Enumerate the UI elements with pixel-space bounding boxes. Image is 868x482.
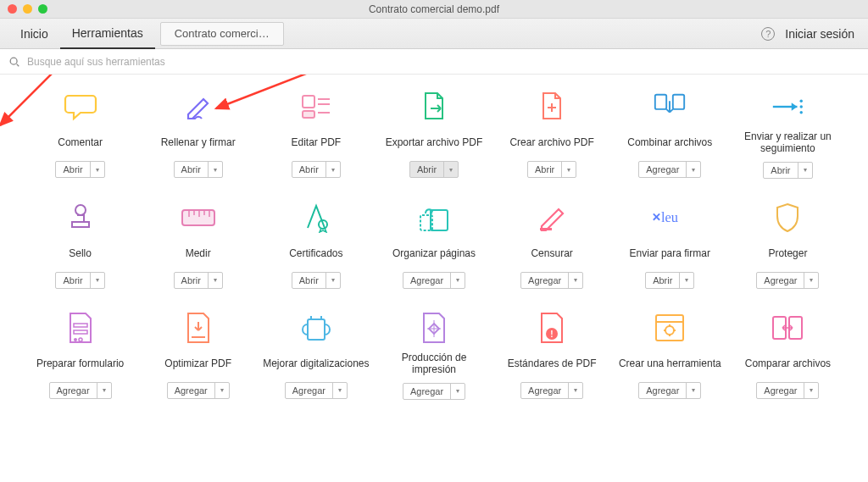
- search-bar: [0, 49, 868, 75]
- add-button[interactable]: Agregar▾: [756, 272, 819, 289]
- add-button[interactable]: Agregar▾: [285, 382, 348, 399]
- add-button[interactable]: Agregar▾: [167, 382, 230, 399]
- add-button[interactable]: Agregar▾: [403, 272, 465, 289]
- maximize-window-button[interactable]: [38, 4, 47, 14]
- tool-card-create-pdf[interactable]: Crear archivo PDFAbrir▾: [498, 91, 607, 179]
- chevron-down-icon[interactable]: ▾: [569, 383, 582, 398]
- open-button[interactable]: Abrir▾: [763, 162, 812, 179]
- close-window-button[interactable]: [8, 4, 17, 14]
- svg-point-0: [10, 58, 17, 64]
- open-button[interactable]: Abrir▾: [645, 272, 694, 289]
- chevron-down-icon[interactable]: ▾: [680, 273, 693, 288]
- organize-icon: [416, 202, 452, 233]
- button-label: Abrir: [292, 162, 326, 177]
- chevron-down-icon[interactable]: ▾: [451, 384, 465, 399]
- button-label: Abrir: [56, 273, 90, 288]
- open-button[interactable]: Abrir▾: [55, 272, 104, 289]
- add-button[interactable]: Agregar▾: [638, 161, 701, 178]
- tool-card-print-prod[interactable]: Producción de impresiónAgregar▾: [379, 313, 488, 400]
- svg-rect-3: [303, 111, 314, 118]
- svg-point-43: [665, 326, 674, 335]
- chevron-down-icon[interactable]: ▾: [451, 273, 465, 288]
- open-button[interactable]: Abrir▾: [292, 161, 341, 178]
- open-button[interactable]: Abrir▾: [409, 161, 459, 178]
- tool-card-enhance-scans[interactable]: Mejorar digitalizacionesAgregar▾: [261, 313, 370, 400]
- chevron-down-icon[interactable]: ▾: [444, 162, 458, 177]
- tool-card-edit-pdf[interactable]: Editar PDFAbrir▾: [261, 91, 370, 179]
- tool-card-create-tool[interactable]: Crear una herramientaAgregar▾: [615, 313, 725, 400]
- tool-label: Medir: [186, 241, 211, 265]
- tool-label: Preparar formulario: [36, 352, 124, 375]
- tool-card-prepare-form[interactable]: Preparar formularioAgregar▾: [25, 313, 135, 400]
- add-button[interactable]: Agregar▾: [638, 382, 701, 399]
- enhance-scans-icon: [298, 313, 334, 343]
- tab-document[interactable]: Contrato comerci…: [160, 22, 284, 46]
- chevron-down-icon[interactable]: ▾: [326, 162, 340, 177]
- tool-label: Crear una herramienta: [619, 352, 721, 375]
- chevron-down-icon[interactable]: ▾: [804, 273, 818, 288]
- measure-icon: [181, 202, 216, 233]
- tool-card-fill-sign[interactable]: Rellenar y firmarAbrir▾: [143, 91, 253, 179]
- button-label: Abrir: [410, 162, 444, 177]
- tool-card-measure[interactable]: MedirAbrir▾: [143, 202, 253, 289]
- chevron-down-icon[interactable]: ▾: [91, 162, 104, 177]
- svg-point-14: [75, 205, 86, 215]
- add-button[interactable]: Agregar▾: [403, 383, 465, 400]
- tool-label: Rellenar y firmar: [161, 130, 236, 154]
- add-button[interactable]: Agregar▾: [756, 382, 819, 399]
- chevron-down-icon[interactable]: ▾: [91, 273, 104, 288]
- chevron-down-icon[interactable]: ▾: [215, 383, 229, 398]
- tool-label: Producción de impresión: [379, 352, 488, 376]
- help-icon[interactable]: ?: [761, 27, 775, 41]
- tool-label: Mejorar digitalizaciones: [263, 352, 369, 375]
- search-input[interactable]: [27, 56, 281, 68]
- open-button[interactable]: Abrir▾: [527, 161, 576, 178]
- tool-card-send-track[interactable]: Enviar y realizar un seguimientoAbrir▾: [733, 91, 843, 179]
- tool-card-send-sign[interactable]: leuEnviar para firmarAbrir▾: [615, 202, 725, 289]
- minimize-window-button[interactable]: [23, 4, 32, 14]
- tool-card-certificates[interactable]: CertificadosAbrir▾: [261, 202, 370, 289]
- create-tool-icon: [652, 313, 687, 343]
- chevron-down-icon[interactable]: ▾: [798, 163, 812, 178]
- tool-card-standards[interactable]: !Estándares de PDFAgregar▾: [498, 313, 607, 400]
- tool-card-redact[interactable]: CensurarAgregar▾: [498, 202, 607, 289]
- sign-in-button[interactable]: Iniciar sesión: [785, 27, 860, 41]
- tab-home[interactable]: Inicio: [8, 19, 60, 49]
- chevron-down-icon[interactable]: ▾: [562, 162, 576, 177]
- tool-card-protect[interactable]: ProtegerAgregar▾: [733, 202, 843, 289]
- button-label: Agregar: [50, 383, 97, 398]
- button-label: Agregar: [521, 273, 569, 288]
- add-button[interactable]: Agregar▾: [49, 382, 112, 399]
- chevron-down-icon[interactable]: ▾: [209, 273, 222, 288]
- tab-tools[interactable]: Herramientas: [60, 19, 155, 49]
- tool-card-combine[interactable]: Combinar archivosAgregar▾: [615, 91, 725, 179]
- add-button[interactable]: Agregar▾: [520, 272, 583, 289]
- tool-label: Exportar archivo PDF: [386, 130, 483, 154]
- chevron-down-icon[interactable]: ▾: [333, 383, 347, 398]
- tool-card-organize[interactable]: Organizar páginasAgregar▾: [379, 202, 488, 289]
- open-button[interactable]: Abrir▾: [174, 272, 223, 289]
- chevron-down-icon[interactable]: ▾: [326, 273, 340, 288]
- search-icon: [8, 56, 20, 68]
- tool-label: Certificados: [289, 241, 342, 265]
- button-label: Abrir: [175, 273, 209, 288]
- tool-card-compare[interactable]: Comparar archivosAgregar▾: [733, 313, 843, 400]
- svg-line-1: [17, 64, 19, 66]
- open-button[interactable]: Abrir▾: [55, 161, 104, 178]
- tool-card-comment[interactable]: ComentarAbrir▾: [25, 91, 135, 179]
- open-button[interactable]: Abrir▾: [292, 272, 341, 289]
- tool-card-export-pdf[interactable]: Exportar archivo PDFAbrir▾: [379, 91, 488, 179]
- tool-card-optimize[interactable]: Optimizar PDFAgregar▾: [143, 313, 253, 400]
- add-button[interactable]: Agregar▾: [520, 382, 583, 399]
- button-label: Agregar: [286, 383, 333, 398]
- chevron-down-icon[interactable]: ▾: [804, 383, 818, 398]
- tool-card-stamp[interactable]: SelloAbrir▾: [25, 202, 135, 289]
- comment-icon: [63, 91, 98, 122]
- chevron-down-icon[interactable]: ▾: [569, 273, 582, 288]
- chevron-down-icon[interactable]: ▾: [687, 383, 700, 398]
- chevron-down-icon[interactable]: ▾: [97, 383, 111, 398]
- chevron-down-icon[interactable]: ▾: [687, 162, 700, 177]
- fill-sign-icon: [181, 91, 216, 122]
- chevron-down-icon[interactable]: ▾: [209, 162, 222, 177]
- open-button[interactable]: Abrir▾: [174, 161, 223, 178]
